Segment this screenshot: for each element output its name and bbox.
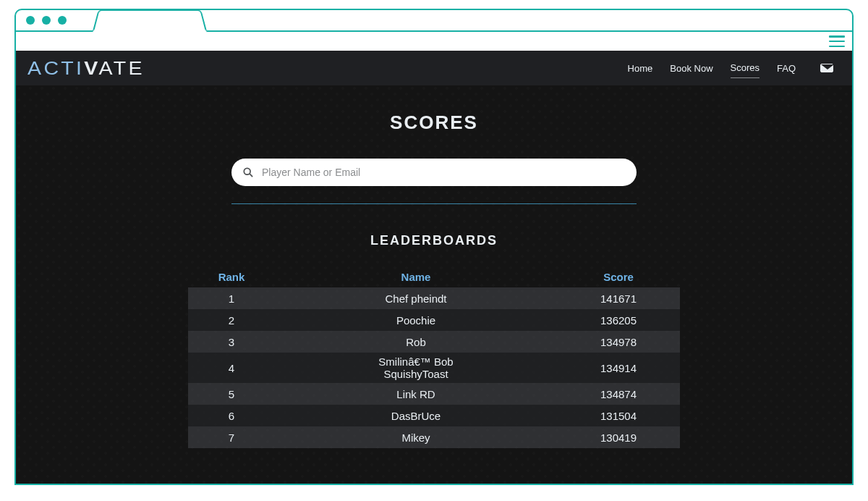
primary-nav: Home Book Now Scores FAQ [628, 58, 833, 78]
page-viewport: ACTIVATE Home Book Now Scores FAQ SCORES… [16, 51, 852, 484]
cell-name: Chef pheindt [275, 292, 557, 305]
logo-text-2: ATE [99, 57, 145, 79]
nav-scores[interactable]: Scores [731, 58, 760, 78]
search-wrapper [231, 159, 637, 186]
cell-rank: 2 [188, 314, 275, 327]
window-close-dot[interactable] [26, 16, 35, 25]
cell-name: Smilinâ€™ Bob SquishyToast [275, 355, 557, 380]
cell-rank: 5 [188, 388, 275, 400]
col-rank: Rank [188, 271, 275, 283]
site-header: ACTIVATE Home Book Now Scores FAQ [16, 51, 852, 85]
nav-home[interactable]: Home [628, 59, 653, 78]
cell-score: 134874 [557, 388, 680, 400]
cell-rank: 6 [188, 410, 275, 422]
page-title: SCORES [16, 111, 852, 134]
search-icon [243, 167, 253, 177]
search-input[interactable] [231, 159, 637, 186]
window-minimize-dot[interactable] [42, 16, 51, 25]
table-header-row: Rank Name Score [188, 266, 680, 287]
cell-rank: 1 [188, 292, 275, 305]
site-logo[interactable]: ACTIVATE [27, 57, 145, 80]
table-row: 5 Link RD 134874 [188, 383, 680, 405]
browser-tabbar [16, 10, 852, 32]
cell-score: 134978 [557, 336, 680, 348]
cell-rank: 3 [188, 336, 275, 348]
nav-book-now[interactable]: Book Now [670, 59, 712, 78]
browser-tab[interactable] [93, 9, 208, 32]
logo-text-v: V [84, 57, 98, 79]
browser-window: ACTIVATE Home Book Now Scores FAQ SCORES… [14, 9, 854, 485]
nav-faq[interactable]: FAQ [777, 59, 796, 78]
table-row: 1 Chef pheindt 141671 [188, 287, 680, 309]
window-controls [26, 16, 67, 25]
hamburger-menu-icon[interactable] [829, 35, 845, 47]
cell-score: 134914 [557, 362, 680, 374]
cell-name: Rob [275, 336, 557, 348]
cell-rank: 4 [188, 362, 275, 374]
logo-text-1: ACTI [27, 57, 84, 79]
col-score: Score [557, 271, 680, 283]
leaderboards-title: LEADERBOARDS [16, 233, 852, 248]
window-zoom-dot[interactable] [58, 16, 67, 25]
table-row: 3 Rob 134978 [188, 331, 680, 353]
svg-point-0 [244, 168, 250, 174]
cell-name: Link RD [275, 388, 557, 400]
leaderboard-table: Rank Name Score 1 Chef pheindt 141671 2 … [188, 266, 680, 448]
mail-icon[interactable] [820, 64, 833, 72]
cell-score: 136205 [557, 314, 680, 327]
browser-toolbar [16, 32, 852, 51]
cell-name: DasBrUce [275, 410, 557, 422]
table-row: 4 Smilinâ€™ Bob SquishyToast 134914 [188, 353, 680, 383]
cell-score: 131504 [557, 410, 680, 422]
page-content: SCORES LEADERBOARDS Rank Name Score 1 Ch… [16, 85, 852, 448]
svg-line-1 [250, 174, 252, 177]
section-divider [231, 203, 637, 204]
cell-name: Mikey [275, 431, 557, 444]
table-row: 7 Mikey 130419 [188, 426, 680, 448]
col-name: Name [275, 271, 557, 283]
table-row: 2 Poochie 136205 [188, 309, 680, 331]
cell-name: Poochie [275, 314, 557, 327]
cell-rank: 7 [188, 431, 275, 444]
table-row: 6 DasBrUce 131504 [188, 405, 680, 426]
cell-score: 130419 [557, 431, 680, 444]
cell-score: 141671 [557, 292, 680, 305]
